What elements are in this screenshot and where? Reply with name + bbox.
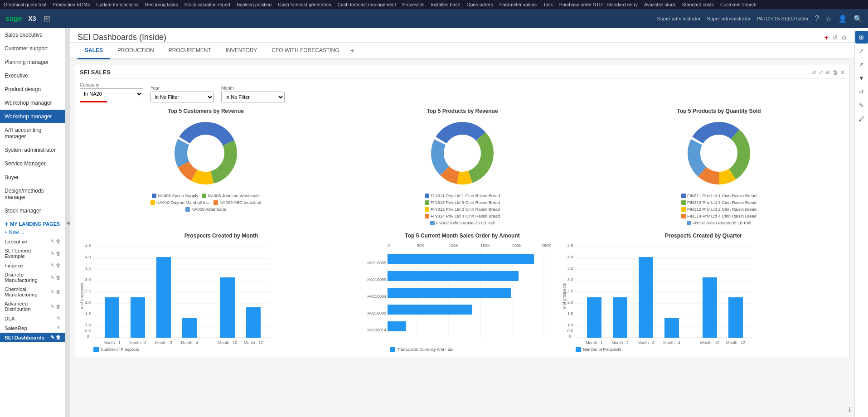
edit-salesrep-icon[interactable]: ✎ (57, 325, 61, 331)
panel-header: SEI SALES ↺ ⤢ ⚙ 🗑 ✕ (80, 69, 845, 79)
rt-edit-icon[interactable]: ✎ (855, 99, 868, 112)
panel-settings-icon[interactable]: ⚙ (825, 69, 830, 76)
tab-cfo-forecasting[interactable]: CFO WITH FORECASTING (264, 43, 346, 59)
nav-stock-valuation[interactable]: Stock valuation report (184, 2, 231, 7)
edit-sei-embed-icon[interactable]: ✎ (50, 251, 54, 257)
grid-icon[interactable]: ⊞ (44, 14, 50, 24)
edit-chemical-icon[interactable]: ✎ (50, 289, 54, 295)
edit-sei-dashboards-icon[interactable]: ✎ (50, 335, 54, 340)
add-widget-icon[interactable]: + (824, 34, 829, 42)
tab-inventory[interactable]: INVENTORY (218, 43, 265, 59)
sidebar-item-product-design[interactable]: Product design (0, 82, 65, 96)
new-landing-page-button[interactable]: + New ... (0, 228, 65, 237)
edit-discrete-icon[interactable]: ✎ (50, 275, 54, 281)
settings-icon[interactable]: ⚙ (841, 34, 847, 41)
my-landing-pages-section: + MY LANDING PAGES (0, 218, 65, 228)
nav-graphical-query[interactable]: Graphical query tool (4, 2, 46, 7)
sidebar-item-planning-manager[interactable]: Planning manager (0, 55, 65, 69)
delete-sei-embed-icon[interactable]: 🗑 (56, 251, 61, 257)
tab-sales[interactable]: SALES (78, 43, 110, 59)
delete-executive-icon[interactable]: 🗑 (56, 238, 61, 244)
sidebar-item-stock-manager[interactable]: Stock manager (0, 204, 65, 218)
delete-advanced-dist-icon[interactable]: 🗑 (56, 304, 61, 310)
bar-order3 (388, 288, 511, 298)
edit-executive-icon[interactable]: ✎ (50, 238, 54, 244)
sidebar-collapse-handle[interactable]: ◀ (66, 28, 70, 417)
filter-year-select[interactable]: In No Filter (150, 92, 214, 102)
chart-top-products-qty-title: Top 5 Products by Quantity Sold (677, 108, 761, 114)
sidebar-item-ar-accounting[interactable]: A/R accounting manager (0, 123, 65, 143)
nav-cash-forecast-mgmt[interactable]: Cash forecast management (338, 2, 396, 7)
rt-filter-icon[interactable]: ▼ (855, 72, 868, 84)
nav-banking-position[interactable]: Banking position (237, 2, 272, 7)
tab-production[interactable]: PRODUCTION (110, 43, 161, 59)
landing-discrete-mfg[interactable]: Discrete Manufacturing ✎ 🗑 (0, 270, 65, 285)
nav-installed-base[interactable]: Installed base (431, 2, 461, 7)
nav-update-transactions[interactable]: Update transactions (96, 2, 138, 7)
sidebar-item-system-admin[interactable]: System administrator (0, 143, 65, 157)
panel-expand-icon[interactable]: ⤢ (819, 69, 823, 76)
sidebar-item-design-methods[interactable]: Design/methods manager (0, 184, 65, 204)
top-charts-row: Top 5 Customers by Revenue (80, 108, 845, 225)
nav-customer-search[interactable]: Customer search (720, 2, 756, 7)
sidebar-item-buyer[interactable]: Buyer (0, 170, 65, 184)
refresh-icon[interactable]: ↺ (832, 34, 838, 41)
landing-sei-embed[interactable]: SEI Embed Example ✎ 🗑 (0, 246, 65, 261)
legend-dot-prospects-month (93, 347, 99, 352)
tabs-bar: SALES PRODUCTION PROCUREMENT INVENTORY C… (70, 43, 854, 59)
bar-month4 (182, 318, 197, 338)
sidebar-item-sales-executive[interactable]: Sales executive (0, 28, 65, 42)
landing-chemical-mfg[interactable]: Chemical Manufacturing ✎ 🗑 (0, 285, 65, 299)
sidebar-item-workshop-manager-2[interactable]: Workshop manager (0, 110, 65, 123)
delete-chemical-icon[interactable]: 🗑 (56, 289, 61, 295)
landing-advanced-dist[interactable]: Advanced Distribution ✎ 🗑 (0, 299, 65, 314)
panel-close-icon[interactable]: ✕ (840, 69, 845, 76)
edit-finance-icon[interactable]: ✎ (50, 262, 54, 268)
help-icon[interactable]: ? (815, 15, 819, 23)
sidebar-item-executive[interactable]: Executive (0, 69, 65, 82)
rt-grid-icon[interactable]: ⊞ (855, 31, 868, 44)
nav-task[interactable]: Task (543, 2, 553, 7)
rt-pen-icon[interactable]: 🖊 (855, 112, 868, 125)
sidebar-item-customer-support[interactable]: Customer support (0, 42, 65, 55)
landing-salesrep[interactable]: SalesRep ✎ (0, 323, 65, 333)
svg-point-5 (188, 135, 224, 171)
nav-cash-forecast-gen[interactable]: Cash forecast generation (278, 2, 331, 7)
nav-standard-costs[interactable]: Standard costs (682, 2, 714, 7)
filter-month-select[interactable]: In No Filter (221, 92, 285, 102)
legend-pq-item-4: FIN314 Priv Ltd 4 Cinn Raisin Bread (681, 213, 756, 218)
sidebar-item-workshop-manager-1[interactable]: Workshop manager (0, 96, 65, 110)
panel-refresh-icon[interactable]: ↺ (812, 69, 816, 76)
filter-company-select[interactable]: In NA20 (80, 88, 143, 99)
delete-sei-dashboards-icon[interactable]: 🗑 (56, 335, 61, 340)
user-icon[interactable]: 👤 (838, 15, 847, 23)
nav-open-orders[interactable]: Open orders (466, 2, 493, 7)
rt-expand-icon[interactable]: ⤢ (855, 44, 868, 57)
landing-executive[interactable]: Executive ✎ 🗑 (0, 237, 65, 246)
delete-finance-icon[interactable]: 🗑 (56, 262, 61, 268)
add-landing-page-icon[interactable]: + (5, 220, 8, 228)
edit-advanced-dist-icon[interactable]: ✎ (50, 304, 54, 310)
nav-purchase-order[interactable]: Purchase order STD : Standard entry (559, 2, 638, 7)
delete-discrete-icon[interactable]: 🗑 (56, 275, 61, 281)
rt-refresh-icon[interactable]: ↺ (855, 85, 868, 98)
sidebar-item-service-manager[interactable]: Service Manager (0, 157, 65, 170)
nav-processes[interactable]: Processes (402, 2, 425, 7)
search-icon[interactable]: 🔍 (853, 15, 863, 23)
rt-export-icon[interactable]: ↗ (855, 58, 868, 71)
panel-delete-icon[interactable]: 🗑 (833, 69, 838, 76)
landing-sei-dashboards[interactable]: SEI Dashboards ✎ 🗑 (0, 333, 65, 342)
prospects-month-svg: 4.5 4.0 3.5 3.0 2.5 2.0 1.5 1.0 0.5 0 # … (80, 242, 275, 346)
tab-procurement[interactable]: PROCUREMENT (161, 43, 218, 59)
nav-available-stock[interactable]: Available stock (644, 2, 676, 7)
edit-dla-icon[interactable]: ✎ (57, 315, 61, 321)
nav-recurring-tasks[interactable]: Recurring tasks (145, 2, 178, 7)
star-icon[interactable]: ☆ (825, 15, 832, 23)
landing-dla[interactable]: DLA ✎ (0, 314, 65, 323)
landing-finance[interactable]: Finance ✎ 🗑 (0, 261, 65, 270)
add-tab-icon[interactable]: + (347, 43, 358, 58)
nav-production-boms[interactable]: Production BOMs (53, 2, 90, 7)
info-icon[interactable]: ℹ (849, 406, 851, 413)
bar-month12 (246, 307, 261, 338)
nav-parameter-values[interactable]: Parameter values (499, 2, 537, 7)
